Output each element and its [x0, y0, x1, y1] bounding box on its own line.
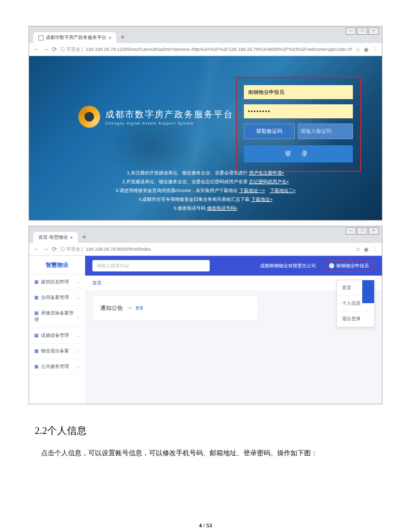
screenshot-login: —□× 成都市数字房产政务服务平台 × + ← → ⟳ ⓘ 不安全 | 128.…	[29, 26, 382, 221]
get-captcha-button[interactable]: 获取验证码	[244, 124, 295, 139]
chevron-down-icon: ⌄	[76, 315, 80, 319]
address-bar: ← → ⟳ ⓘ 不安全 | 128.198.26.78:12306/sso/Ca…	[29, 43, 382, 56]
profile-icon[interactable]: ◉	[364, 46, 369, 53]
screenshot-dashboard: —□× 首页-智慧物业 × + ← → ⟳ ⓘ 不安全 | 128.198.26…	[29, 226, 382, 404]
notice-panel: 通知公告 >>> 更多	[92, 295, 258, 321]
page-icon	[38, 35, 44, 40]
panel-title: 通知公告	[100, 304, 123, 312]
user-pill[interactable]: 南钢物业申报员	[323, 261, 375, 271]
arrows-icon: >>>	[127, 306, 131, 310]
tip-link-dl3[interactable]: 下载地址»	[251, 197, 272, 202]
forward-icon[interactable]: →	[43, 245, 49, 253]
url-text[interactable]: 128.198.26.78:8000/#/zel/index	[86, 247, 352, 252]
tip-link-register[interactable]: 用户名注册申请»	[249, 170, 284, 175]
chevron-down-icon: ⌄	[76, 349, 80, 353]
avatar-icon	[329, 263, 334, 268]
menu-icon[interactable]: ⋮	[372, 46, 378, 53]
sidebar-item[interactable]: ▦物业退出备案⌄	[29, 344, 85, 359]
main-area: 请输入搜索内容 成都南钢物业有限责任公司 南钢物业申报员 首页 通知公告 >>>…	[85, 256, 382, 404]
sidebar: 智慧物业 ▦建筑区划管理⌄ ▦合同备案管理⌄ ▦承接查验备案管理⌄ ▦设施设备管…	[29, 256, 85, 404]
chevron-down-icon: ⌄	[76, 280, 80, 284]
user-menu: 首页 个人信息 退出登录	[336, 280, 375, 328]
topbar: 请输入搜索内容 成都南钢物业有限责任公司 南钢物业申报员	[85, 256, 382, 276]
security-warning: ⓘ 不安全 |	[60, 246, 83, 253]
window-controls: —□×	[346, 28, 379, 35]
doc-icon: ▦	[34, 348, 39, 353]
tab-close-icon[interactable]: ×	[70, 235, 73, 240]
page-number: 4 / 53	[29, 522, 382, 528]
tip-link-forgot[interactable]: 忘记密码或用户名»	[249, 179, 289, 184]
login-form: 获取验证码 请输入验证码 登 录	[236, 77, 361, 172]
sidebar-item[interactable]: ▦承接查验备案管理⌄	[29, 306, 85, 328]
chevron-down-icon: ⌄	[76, 295, 80, 300]
profile-icon[interactable]: ◉	[364, 246, 369, 253]
password-input[interactable]	[244, 104, 353, 118]
browser-tabbar: 成都市数字房产政务服务平台 × +	[29, 26, 382, 43]
tip-link-dl2[interactable]: 下载地址二»	[270, 188, 296, 193]
section-heading: 2.2个人信息	[35, 424, 382, 438]
sidebar-item[interactable]: ▦建筑区划管理⌄	[29, 275, 85, 290]
bookmark-icon[interactable]: ☆	[355, 46, 361, 53]
brand-subtitle: Chengdu digital Estate Support System	[105, 121, 234, 125]
browser-tab[interactable]: 成都市数字房产政务服务平台 ×	[33, 32, 116, 43]
logo-icon	[78, 106, 100, 128]
doc-icon: ▦	[34, 295, 39, 300]
new-tab-button[interactable]: +	[82, 233, 86, 241]
brand: 成都市数字房产政务服务平台 Chengdu digital Estate Sup…	[78, 106, 234, 128]
tab-title: 成都市数字房产政务服务平台	[46, 34, 106, 41]
forward-icon[interactable]: →	[43, 46, 49, 53]
doc-icon: ▦	[34, 364, 39, 369]
tab-title: 首页-智慧物业	[38, 234, 68, 241]
back-icon[interactable]: ←	[33, 245, 39, 253]
login-button[interactable]: 登 录	[244, 145, 353, 162]
sidebar-item[interactable]: ▦设施设备管理⌄	[29, 328, 85, 344]
captcha-input[interactable]: 请输入验证码	[298, 124, 353, 139]
reload-icon[interactable]: ⟳	[52, 46, 57, 53]
user-name: 南钢物业申报员	[336, 263, 369, 269]
window-controls: —□×	[346, 227, 379, 235]
sidebar-item[interactable]: ▦合同备案管理⌄	[29, 290, 85, 306]
section-paragraph: 点击个人信息，可以设置账号信息，可以修改手机号码、邮箱地址、登录密码。操作如下图…	[41, 447, 382, 460]
address-bar: ← → ⟳ ⓘ 不安全 | 128.198.26.78:8000/#/zel/i…	[29, 243, 382, 256]
reload-icon[interactable]: ⟳	[52, 245, 57, 253]
company-name: 成都南钢物业有限责任公司	[260, 263, 316, 269]
chevron-down-icon: ⌄	[76, 364, 80, 369]
tab-close-icon[interactable]: ×	[108, 35, 111, 40]
panel-more-link[interactable]: 更多	[135, 305, 144, 311]
sidebar-item[interactable]: ▦公共服务管理⌄	[29, 359, 85, 375]
user-menu-logout[interactable]: 退出登录	[337, 311, 374, 327]
browser-tab[interactable]: 首页-智慧物业 ×	[33, 232, 78, 243]
chevron-down-icon: ⌄	[76, 333, 80, 338]
browser-tabbar: 首页-智慧物业 × +	[29, 226, 382, 243]
doc-icon: ▦	[34, 310, 39, 316]
username-input[interactable]	[244, 85, 353, 99]
tip-link-phone[interactable]: 修改电话号码»	[207, 206, 238, 211]
new-tab-button[interactable]: +	[120, 33, 125, 41]
security-warning: ⓘ 不安全 |	[60, 46, 83, 53]
bookmark-icon[interactable]: ☆	[355, 246, 361, 253]
tips-block: 1.未注册的开发建设单位、物业服务企业、业委会请先进行 用户名注册申请» 2.开…	[29, 169, 382, 213]
doc-icon: ▦	[34, 279, 39, 284]
sidebar-title: 智慧物业	[29, 256, 85, 275]
menu-icon[interactable]: ⋮	[372, 246, 378, 253]
doc-icon: ▦	[34, 333, 39, 338]
url-text[interactable]: 128.198.26.78:12306/sso/CasAuth/admin?se…	[86, 47, 352, 52]
brand-title: 成都市数字房产政务服务平台	[105, 108, 234, 120]
tip-link-dl1[interactable]: 下载地址一»	[239, 188, 265, 193]
search-input[interactable]: 请输入搜索内容	[92, 260, 210, 271]
back-icon[interactable]: ←	[33, 46, 39, 53]
